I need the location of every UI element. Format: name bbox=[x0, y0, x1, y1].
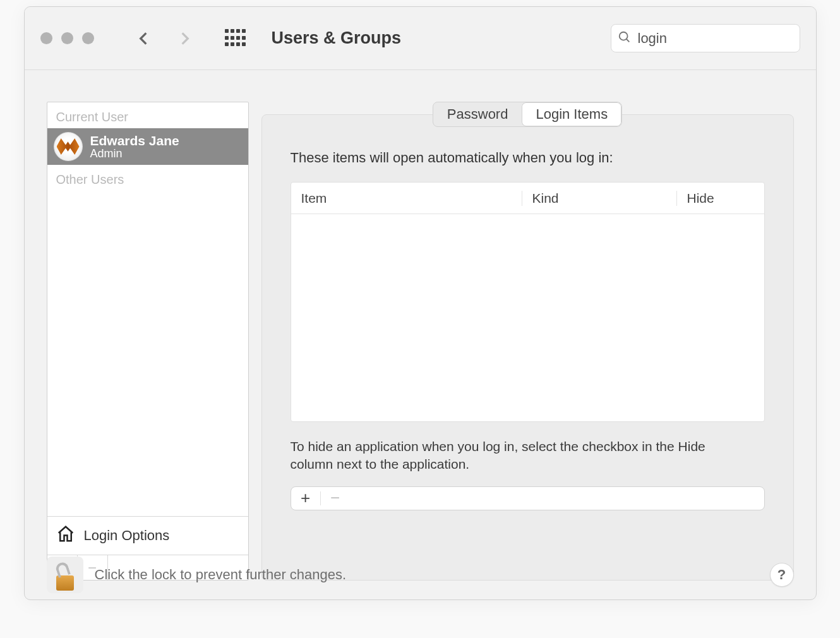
lock-icon bbox=[56, 575, 74, 591]
window-controls bbox=[40, 32, 94, 44]
nav-buttons bbox=[135, 30, 193, 47]
add-login-item-button[interactable]: + bbox=[291, 488, 320, 508]
avatar bbox=[54, 132, 83, 161]
search-input[interactable] bbox=[638, 30, 812, 47]
svg-line-1 bbox=[626, 39, 629, 42]
main-panel: Password Login Items These items will op… bbox=[261, 102, 794, 581]
users-sidebar: Current User Edwards Jane Admin Other Us… bbox=[47, 102, 249, 581]
tab-login-items[interactable]: Login Items bbox=[522, 102, 621, 126]
toolbar: Users & Groups bbox=[25, 7, 816, 70]
content-area: Current User Edwards Jane Admin Other Us… bbox=[25, 70, 816, 599]
login-options-label: Login Options bbox=[84, 527, 170, 544]
preferences-window: Users & Groups Current User Edwards Jane… bbox=[24, 6, 817, 600]
back-button[interactable] bbox=[135, 30, 152, 47]
lock-button[interactable] bbox=[47, 557, 83, 593]
page-title: Users & Groups bbox=[272, 28, 402, 48]
column-item[interactable]: Item bbox=[291, 191, 522, 206]
tab-password[interactable]: Password bbox=[433, 102, 522, 126]
hide-hint: To hide an application when you log in, … bbox=[291, 438, 745, 474]
lock-hint: Click the lock to prevent further change… bbox=[95, 567, 347, 583]
login-items-table[interactable]: Item Kind Hide bbox=[291, 182, 765, 422]
forward-button[interactable] bbox=[177, 30, 193, 47]
login-options-row[interactable]: Login Options bbox=[47, 516, 248, 555]
zoom-window-button[interactable] bbox=[82, 32, 94, 44]
login-items-intro: These items will open automatically when… bbox=[291, 150, 765, 166]
search-field[interactable] bbox=[611, 24, 800, 52]
user-role: Admin bbox=[90, 148, 179, 160]
add-remove-control: + − bbox=[291, 486, 765, 510]
close-window-button[interactable] bbox=[40, 32, 52, 44]
user-name: Edwards Jane bbox=[90, 133, 179, 148]
segmented-control: Password Login Items bbox=[433, 102, 622, 127]
tab-bar: Password Login Items bbox=[261, 102, 794, 127]
show-all-button[interactable] bbox=[225, 29, 246, 47]
help-button[interactable]: ? bbox=[770, 563, 794, 587]
other-users-section-label: Other Users bbox=[47, 165, 248, 191]
current-user-row[interactable]: Edwards Jane Admin bbox=[47, 128, 248, 165]
remove-login-item-button[interactable]: − bbox=[321, 488, 350, 508]
lock-bar: Click the lock to prevent further change… bbox=[47, 557, 794, 593]
house-icon bbox=[56, 524, 75, 547]
column-hide[interactable]: Hide bbox=[676, 191, 727, 206]
table-header: Item Kind Hide bbox=[291, 183, 764, 214]
column-kind[interactable]: Kind bbox=[522, 191, 676, 206]
minimize-window-button[interactable] bbox=[61, 32, 73, 44]
svg-point-0 bbox=[619, 32, 627, 40]
search-icon bbox=[618, 30, 632, 47]
current-user-section-label: Current User bbox=[47, 102, 248, 128]
login-items-panel: These items will open automatically when… bbox=[261, 114, 794, 581]
